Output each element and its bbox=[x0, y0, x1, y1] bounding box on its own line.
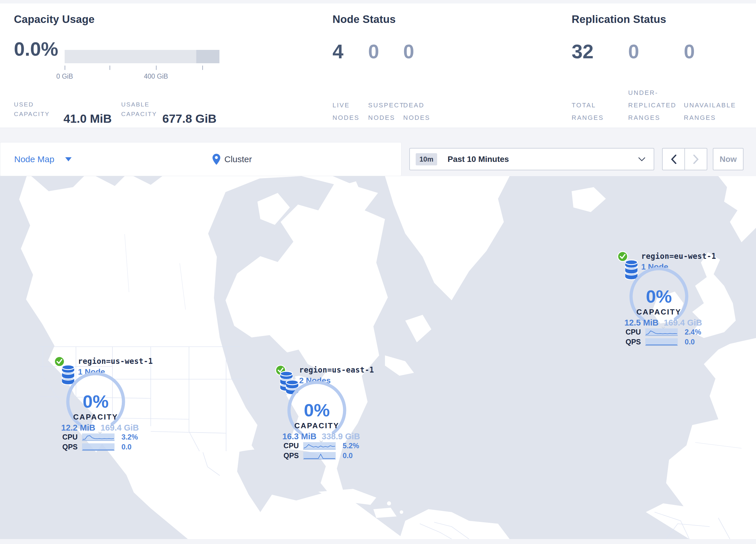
time-window-dropdown[interactable]: 10m Past 10 Minutes bbox=[409, 148, 654, 170]
region-marker[interactable]: region=us-west-1 1 Node 0% CAPACITY 12.2… bbox=[54, 355, 152, 453]
capacity-caption: CAPACITY bbox=[627, 308, 691, 317]
capacity-percent: 0% bbox=[285, 400, 349, 420]
qps-value: 0.0 bbox=[121, 443, 132, 451]
region-marker[interactable]: region=eu-west-1 1 Node 0% CAPACITY 12.5… bbox=[617, 249, 715, 348]
qps-sparkline bbox=[82, 443, 115, 451]
cluster-overview-page: Capacity Usage 0.0% 0 GiB400 GiB USED CA… bbox=[0, 0, 756, 544]
map-toolbar: Node Map Cluster bbox=[0, 142, 401, 176]
cpu-label: CPU bbox=[62, 433, 82, 441]
cluster-summary-bar: Capacity Usage 0.0% 0 GiB400 GiB USED CA… bbox=[0, 3, 756, 128]
cpu-value: 2.4% bbox=[685, 328, 701, 336]
previous-window-button[interactable] bbox=[663, 148, 684, 170]
capacity-stat-value: 41.0 MiB bbox=[63, 112, 112, 126]
qps-sparkline bbox=[303, 452, 336, 460]
node-status-section: Node Status 4LIVE NODES0SUSPECT NODES0DE… bbox=[332, 3, 454, 128]
qps-row: QPS 0.0 bbox=[626, 338, 695, 346]
breadcrumb-label: Cluster bbox=[224, 154, 252, 164]
region-label: region=us-east-1 bbox=[299, 366, 374, 374]
qps-label: QPS bbox=[626, 338, 645, 346]
time-window-label: Past 10 Minutes bbox=[448, 155, 509, 164]
time-window-badge: 10m bbox=[416, 153, 437, 165]
cpu-value: 5.2% bbox=[343, 442, 359, 450]
node-map: region=us-west-1 1 Node 0% CAPACITY 12.2… bbox=[0, 176, 756, 539]
replication-status-title: Replication Status bbox=[572, 13, 666, 26]
summary-stat-value: 0 bbox=[628, 40, 639, 63]
cpu-row: CPU 2.4% bbox=[626, 328, 701, 336]
capacity-stat-label: USABLE CAPACITY bbox=[121, 100, 157, 119]
cpu-row: CPU 5.2% bbox=[283, 442, 359, 450]
capacity-stat-label: USED CAPACITY bbox=[14, 100, 50, 119]
time-window-pager bbox=[662, 148, 707, 170]
map-pin-icon bbox=[212, 154, 220, 165]
region-marker[interactable]: region=us-east-1 2 Nodes 0% CAPACITY 16.… bbox=[275, 363, 373, 462]
summary-stat-label: UNDER- REPLICATED RANGES bbox=[628, 87, 677, 124]
summary-stat-value: 0 bbox=[368, 40, 379, 63]
capacity-percent: 0% bbox=[627, 286, 691, 307]
breadcrumb[interactable]: Cluster bbox=[212, 142, 252, 176]
capacity-percent: 0% bbox=[64, 391, 128, 412]
qps-label: QPS bbox=[62, 443, 82, 451]
usable-capacity-value: 169.4 GiB bbox=[664, 318, 702, 328]
cpu-value: 3.2% bbox=[121, 433, 138, 441]
view-selector-dropdown[interactable]: Node Map bbox=[14, 142, 72, 176]
capacity-caption: CAPACITY bbox=[285, 421, 349, 430]
summary-stat-value: 0 bbox=[684, 40, 695, 63]
cpu-label: CPU bbox=[626, 328, 645, 336]
capacity-caption: CAPACITY bbox=[64, 413, 128, 422]
summary-stat-label: TOTAL RANGES bbox=[572, 99, 604, 124]
cpu-sparkline bbox=[82, 433, 115, 441]
used-capacity-value: 12.5 MiB bbox=[624, 318, 659, 328]
usable-capacity-value: 338.9 GiB bbox=[322, 432, 360, 441]
summary-stat-value: 32 bbox=[572, 40, 594, 63]
qps-row: QPS 0.0 bbox=[62, 443, 132, 451]
summary-stat-value: 0 bbox=[403, 40, 414, 63]
qps-sparkline bbox=[645, 338, 678, 346]
next-window-button[interactable] bbox=[684, 148, 707, 170]
cpu-sparkline bbox=[303, 442, 336, 450]
summary-stat-label: DEAD NODES bbox=[403, 99, 430, 124]
node-status-title: Node Status bbox=[332, 13, 396, 26]
summary-stat-value: 4 bbox=[332, 40, 344, 63]
summary-stat-label: SUSPECT NODES bbox=[368, 99, 404, 124]
cpu-label: CPU bbox=[283, 442, 303, 450]
view-selector-label: Node Map bbox=[14, 154, 54, 164]
now-button[interactable]: Now bbox=[713, 148, 744, 170]
cpu-sparkline bbox=[645, 328, 678, 336]
capacity-usage-section: Capacity Usage 0.0% 0 GiB400 GiB USED CA… bbox=[14, 3, 234, 128]
used-capacity-value: 16.3 MiB bbox=[282, 432, 317, 441]
qps-value: 0.0 bbox=[685, 338, 695, 346]
usable-capacity-value: 169.4 GiB bbox=[101, 423, 139, 433]
used-capacity-value: 12.2 MiB bbox=[61, 423, 95, 433]
region-label: region=us-west-1 bbox=[78, 357, 153, 366]
summary-stat-label: LIVE NODES bbox=[332, 99, 359, 124]
replication-status-section: Replication Status 32TOTAL RANGES0UNDER-… bbox=[572, 3, 751, 128]
qps-label: QPS bbox=[283, 452, 303, 460]
capacity-stats: USED CAPACITY41.0 MiBUSABLE CAPACITY677.… bbox=[14, 3, 234, 128]
qps-row: QPS 0.0 bbox=[283, 452, 353, 460]
cpu-row: CPU 3.2% bbox=[62, 433, 138, 441]
chevron-down-icon bbox=[638, 157, 646, 162]
summary-stat-label: UNAVAILABLE RANGES bbox=[684, 99, 736, 124]
chevron-down-icon bbox=[65, 157, 72, 161]
region-label: region=eu-west-1 bbox=[641, 252, 716, 260]
capacity-stat-value: 677.8 GiB bbox=[162, 112, 217, 126]
qps-value: 0.0 bbox=[343, 452, 353, 460]
